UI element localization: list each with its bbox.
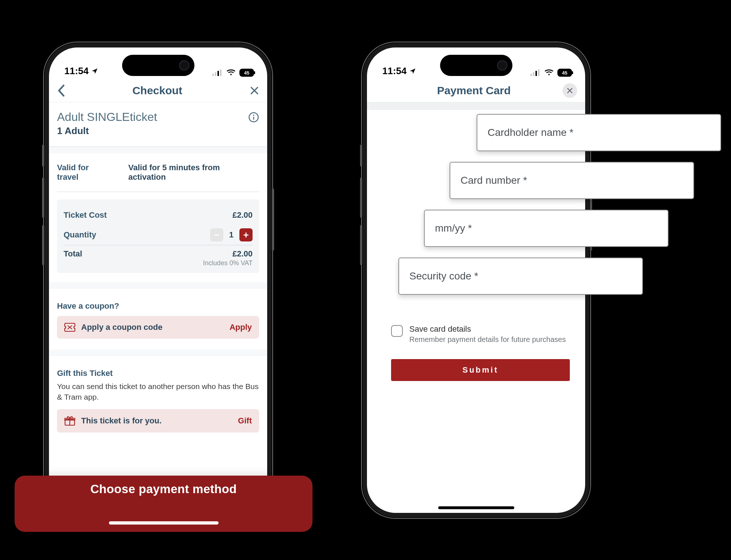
status-time: 11:54 (64, 65, 89, 77)
dynamic-island (440, 55, 512, 76)
close-icon[interactable] (250, 86, 259, 95)
submit-button[interactable]: Submit (391, 359, 570, 381)
coupon-apply-button[interactable]: Apply (230, 323, 252, 332)
page-title: Checkout (132, 84, 182, 97)
battery-icon: 45 (557, 69, 573, 77)
svg-rect-17 (538, 69, 539, 76)
nav-bar: Checkout (49, 79, 267, 102)
page-title: Payment Card (437, 84, 511, 97)
svg-rect-19 (572, 71, 573, 74)
svg-point-11 (74, 326, 75, 328)
wifi-icon (544, 69, 554, 76)
svg-point-10 (64, 326, 66, 328)
card-number-input[interactable] (460, 174, 684, 187)
cvc-input[interactable] (409, 270, 633, 282)
expiry-input[interactable] (434, 222, 658, 235)
svg-rect-2 (217, 71, 219, 76)
svg-point-7 (253, 115, 254, 116)
coupon-label: Apply a coupon code (81, 323, 162, 332)
svg-rect-15 (533, 72, 534, 76)
cardholder-field[interactable] (477, 114, 721, 151)
submit-label: Submit (462, 365, 499, 375)
cardholder-input[interactable] (487, 126, 711, 139)
vat-note: Includes 0% VAT (203, 259, 253, 267)
svg-rect-1 (215, 72, 216, 76)
gift-desc: You can send this ticket to another pers… (57, 381, 259, 403)
gift-action-button[interactable]: Gift (238, 416, 252, 426)
info-icon[interactable] (248, 112, 259, 123)
choose-payment-banner[interactable]: Choose payment method (15, 476, 313, 532)
ticket-sub: 1 Adult (57, 125, 157, 137)
svg-text:45: 45 (562, 70, 567, 76)
cvc-field[interactable] (398, 258, 643, 295)
gift-row[interactable]: This ticket is for you. Gift (57, 409, 259, 433)
coupon-heading: Have a coupon? (57, 301, 259, 311)
ticket-name: Adult SINGLEticket (57, 110, 157, 124)
qty-minus-button[interactable]: − (210, 228, 223, 241)
svg-rect-0 (212, 74, 214, 76)
phone-payment-card: 11:54 45 (362, 42, 590, 518)
ticket-icon (64, 323, 75, 332)
save-card-checkbox[interactable] (391, 325, 403, 337)
location-icon (409, 68, 416, 75)
cellular-icon (212, 69, 223, 76)
status-time: 11:54 (382, 65, 407, 77)
gift-label: This ticket is for you. (81, 416, 162, 426)
back-icon[interactable] (57, 84, 65, 97)
total-label: Total (64, 249, 82, 259)
quantity-label: Quantity (64, 230, 96, 240)
gift-heading: Gift this Ticket (57, 369, 259, 378)
svg-rect-8 (253, 117, 254, 120)
gift-icon (64, 416, 75, 426)
phone-checkout: 11:54 45 (44, 42, 272, 518)
ticket-header: Adult SINGLEticket 1 Adult (57, 110, 259, 137)
save-card-title: Save card details (409, 324, 566, 334)
qty-plus-button[interactable]: + (239, 228, 253, 241)
battery-icon: 45 (239, 69, 255, 77)
cost-panel: Ticket Cost £2.00 Quantity − 1 + Total (57, 199, 259, 273)
ticket-cost-label: Ticket Cost (64, 210, 107, 220)
choose-payment-label: Choose payment method (90, 482, 237, 496)
save-card-sub: Remember payment details for future purc… (409, 335, 566, 344)
nav-bar: Payment Card (367, 79, 585, 102)
coupon-row[interactable]: Apply a coupon code Apply (57, 316, 259, 339)
svg-rect-3 (220, 69, 221, 76)
wifi-icon (226, 69, 236, 76)
cellular-icon (530, 69, 541, 76)
svg-rect-5 (254, 71, 255, 74)
svg-rect-14 (530, 74, 532, 76)
card-number-field[interactable] (450, 162, 694, 199)
dynamic-island (122, 55, 194, 76)
total-value: £2.00 (203, 249, 253, 259)
valid-row: Valid for travel Valid for 5 minutes fro… (57, 153, 259, 192)
close-icon[interactable] (563, 83, 577, 98)
svg-rect-16 (535, 71, 537, 76)
valid-label: Valid for travel (57, 163, 112, 182)
valid-value: Valid for 5 minutes from activation (128, 163, 259, 182)
home-indicator[interactable] (438, 506, 514, 509)
qty-value: 1 (229, 230, 234, 240)
location-icon (91, 68, 98, 75)
battery-text: 45 (244, 70, 249, 76)
ticket-cost-value: £2.00 (232, 210, 253, 220)
expiry-field[interactable] (424, 210, 668, 247)
